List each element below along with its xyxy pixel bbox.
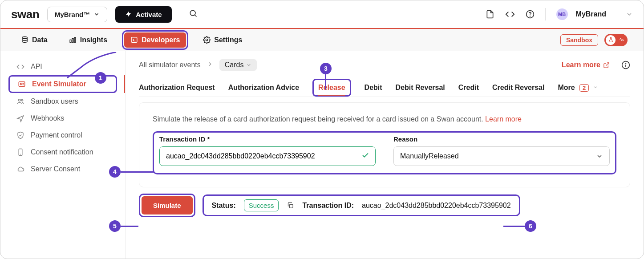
sidebar-item-label: Server Consent <box>31 165 80 173</box>
code-icon <box>16 63 24 71</box>
help-icon <box>526 10 535 19</box>
database-icon <box>21 36 28 44</box>
tab-auth-request[interactable]: Authorization Request <box>139 79 215 96</box>
phone-icon <box>16 148 24 156</box>
avatar[interactable]: MB <box>556 8 568 20</box>
svg-rect-21 <box>290 204 293 208</box>
breadcrumb-root[interactable]: All simulator events <box>139 61 201 69</box>
active-indicator <box>124 75 125 93</box>
code-icon <box>505 9 515 19</box>
more-count-badge: 2 <box>579 84 589 92</box>
transaction-id-input[interactable] <box>159 146 376 166</box>
chevron-down-icon <box>626 11 633 18</box>
sidebar-item-consent-notification[interactable]: Consent notification <box>0 144 125 161</box>
docs-button[interactable] <box>486 10 494 19</box>
bolt-icon <box>125 11 132 18</box>
cloud-icon <box>16 165 24 173</box>
sidebar-item-label: Webhooks <box>31 114 64 122</box>
chevron-down-icon <box>596 153 603 160</box>
gear-icon <box>203 36 211 44</box>
subtabs: Authorization Request Authorization Advi… <box>139 79 630 97</box>
sidebar-item-webhooks[interactable]: Webhooks <box>0 110 125 127</box>
tab-credit[interactable]: Credit <box>458 79 479 96</box>
body-layout: API Event Simulator Sandbox users Webhoo… <box>0 51 644 259</box>
breadcrumb-current[interactable]: Cards <box>219 59 257 71</box>
account-menu[interactable] <box>626 11 633 18</box>
sandbox-badge[interactable]: Sandbox <box>560 34 598 46</box>
tab-more-label: More <box>558 84 575 91</box>
svg-line-1 <box>194 15 196 17</box>
transaction-id-label: Transaction ID * <box>159 135 376 143</box>
flask-icon <box>608 37 614 43</box>
sidebar-item-sandbox-users[interactable]: Sandbox users <box>0 93 125 110</box>
avatar-initials: MB <box>558 12 566 17</box>
account-name: MyBrand <box>576 10 606 18</box>
tab-debit[interactable]: Debit <box>365 79 382 96</box>
svg-rect-7 <box>74 37 76 42</box>
search-button[interactable] <box>189 9 198 20</box>
sidebar-item-label: Consent notification <box>31 148 93 156</box>
send-icon <box>16 114 24 122</box>
svg-point-20 <box>626 63 626 64</box>
form-col-reason: Reason ManuallyReleased <box>393 135 610 166</box>
sidebar-item-label: Event Simulator <box>32 80 86 88</box>
code-button[interactable] <box>505 9 515 19</box>
svg-point-14 <box>21 99 23 101</box>
shield-icon <box>16 131 24 139</box>
svg-point-0 <box>190 10 195 16</box>
environment-toggle[interactable] <box>604 34 628 46</box>
form-row: Transaction ID * Reason ManuallyReleased <box>153 131 616 174</box>
secondary-nav: Data Insights Developers Settings Sandbo… <box>0 29 644 51</box>
tab-release[interactable]: Release <box>312 79 351 97</box>
breadcrumb: All simulator events Cards Learn more <box>139 59 630 71</box>
nav-insights-label: Insights <box>80 36 107 44</box>
nav-settings[interactable]: Settings <box>198 33 247 47</box>
sidebar-item-label: API <box>31 63 42 71</box>
terminal-icon <box>130 36 138 44</box>
card-description: Simulate the release of a card authoriza… <box>153 115 616 123</box>
users-icon <box>16 97 24 105</box>
tab-credit-reversal[interactable]: Credit Reversal <box>492 79 544 96</box>
result-txn-id-label: Transaction ID: <box>302 202 354 210</box>
simulate-button[interactable]: Simulate <box>142 196 193 214</box>
breadcrumb-current-label: Cards <box>225 61 244 69</box>
nav-developers-label: Developers <box>142 36 180 44</box>
tab-auth-advice[interactable]: Authorization Advice <box>228 79 299 96</box>
svg-rect-6 <box>72 39 73 43</box>
result-txn-id-value: aucao_2dc043dd285bbd0220eb4ccb73395902 <box>362 202 511 210</box>
nav-settings-label: Settings <box>214 36 242 44</box>
tab-more[interactable]: More 2 <box>558 79 598 96</box>
svg-point-10 <box>206 39 208 40</box>
sidebar-item-event-simulator[interactable]: Event Simulator <box>8 75 117 93</box>
chevron-right-icon <box>207 61 213 69</box>
help-button[interactable] <box>526 10 535 19</box>
learn-more-link[interactable]: Learn more <box>562 61 610 69</box>
svg-rect-8 <box>131 37 137 42</box>
card-learn-more-link[interactable]: Learn more <box>485 115 522 123</box>
chevron-down-icon <box>93 11 100 17</box>
reason-select[interactable]: ManuallyReleased <box>393 146 610 166</box>
activate-button[interactable]: Activate <box>115 6 171 23</box>
sidebar-item-api[interactable]: API <box>0 58 125 75</box>
status-badge: Success <box>244 199 279 211</box>
info-icon[interactable] <box>621 61 630 69</box>
nav-developers[interactable]: Developers <box>124 32 186 48</box>
file-icon <box>486 10 494 19</box>
logo: swan <box>11 8 39 21</box>
nav-insights[interactable]: Insights <box>65 33 112 47</box>
nav-data-label: Data <box>32 36 48 44</box>
live-icon <box>619 36 625 44</box>
status-label: Status: <box>212 202 236 210</box>
brand-selector[interactable]: MyBrand™ <box>47 7 107 22</box>
sidebar-item-server-consent[interactable]: Server Consent <box>0 161 125 178</box>
tab-debit-reversal[interactable]: Debit Reversal <box>396 79 445 96</box>
svg-point-3 <box>530 16 530 16</box>
sidebar-item-payment-control[interactable]: Payment control <box>0 127 125 144</box>
nav-data[interactable]: Data <box>16 33 52 47</box>
search-icon <box>189 9 198 18</box>
chart-icon <box>69 36 77 44</box>
status-box: Status: Success Transaction ID: aucao_2d… <box>203 194 520 216</box>
svg-rect-5 <box>70 40 71 43</box>
reason-select-value: ManuallyReleased <box>400 152 459 160</box>
copy-icon[interactable] <box>287 202 294 209</box>
